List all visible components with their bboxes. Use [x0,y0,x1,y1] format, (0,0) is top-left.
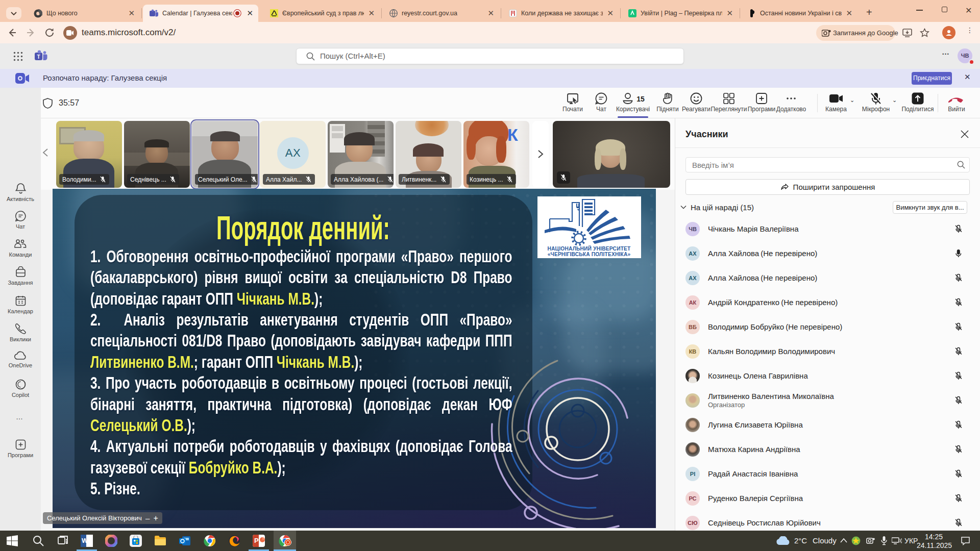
svg-text:«ЧЕРНІГІВСЬКА ПОЛІТЕХНІКА»: «ЧЕРНІГІВСЬКА ПОЛІТЕХНІКА» [548,252,631,257]
svg-text:T: T [37,54,40,60]
svg-text:НАЦІОНАЛЬНИЙ УНІВЕРСИТЕТ: НАЦІОНАЛЬНИЙ УНІВЕРСИТЕТ [548,245,631,252]
